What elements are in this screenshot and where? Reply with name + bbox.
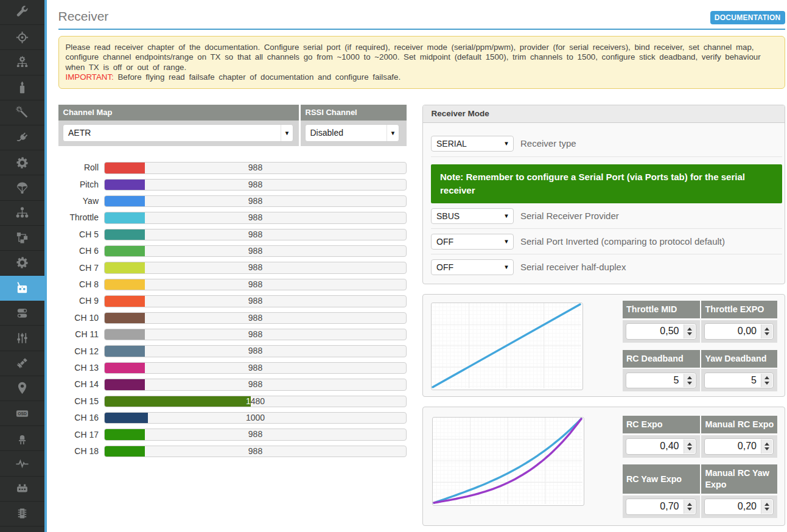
receiver-mode-panel: Receiver Mode SERIAL ▼ Receiver type Not…	[422, 105, 785, 284]
channel-meter-fill: 988	[105, 379, 145, 390]
settings-column: Receiver Mode SERIAL ▼ Receiver type Not…	[422, 105, 785, 526]
channel-meter: 988988	[104, 429, 407, 440]
sidebar-item-pid-tuning[interactable]	[0, 201, 44, 226]
spinner-up-icon[interactable]	[687, 376, 692, 379]
chevron-down-icon: ▼	[500, 260, 513, 275]
sidebar-item-logging[interactable]	[0, 477, 44, 502]
channel-meter: 988988	[104, 162, 407, 173]
spinner-buttons[interactable]	[761, 500, 772, 514]
channel-value: 988	[105, 296, 406, 306]
input-manual-rc-expo[interactable]: 0,70	[704, 438, 774, 455]
channel-value-overlay: 988	[105, 196, 145, 206]
spinner-down-icon[interactable]	[687, 332, 692, 335]
channel-label: CH 12	[58, 346, 99, 357]
spinner-up-icon[interactable]	[687, 503, 692, 506]
input-rc-yaw-expo[interactable]: 0,70	[626, 499, 696, 515]
spinner-buttons[interactable]	[684, 500, 695, 514]
sidebar-item-setup[interactable]	[0, 25, 44, 50]
channel-map-select[interactable]: AETR ▼	[63, 124, 293, 142]
spinner-up-icon[interactable]	[764, 376, 769, 379]
sidebar-item-ports[interactable]	[0, 125, 44, 150]
rssi-channel-value: Disabled	[310, 128, 343, 138]
receiver-type-select[interactable]: SERIAL ▼	[431, 136, 514, 152]
spinner-buttons[interactable]	[684, 324, 695, 338]
spinner-buttons[interactable]	[761, 439, 772, 453]
sidebar-item-programming[interactable]	[0, 226, 44, 251]
channel-label: CH 15	[58, 396, 99, 407]
channel-meter: 988988	[104, 345, 407, 357]
spinner-down-icon[interactable]	[764, 332, 769, 335]
channel-label: Yaw	[58, 195, 99, 207]
spinner-buttons[interactable]	[761, 324, 772, 338]
sidebar-item-cli[interactable]	[0, 502, 44, 527]
table-cell: 5	[623, 369, 700, 391]
sidebar-item-gps[interactable]	[0, 351, 44, 376]
spinner-up-icon[interactable]	[687, 443, 692, 446]
sidebar-item-calibration[interactable]	[0, 75, 44, 100]
channel-label: CH 5	[58, 229, 99, 240]
channel-value-overlay: 1000	[105, 413, 148, 423]
spinner-up-icon[interactable]	[764, 327, 769, 331]
channel-meter: 10001000	[104, 412, 407, 424]
channel-label: CH 7	[58, 262, 99, 274]
sidebar-item-modes[interactable]	[0, 301, 44, 326]
chevron-down-icon: ▼	[500, 234, 513, 249]
sidebar-item-sensors[interactable]	[0, 451, 44, 476]
sidebar-item-advanced-tuning[interactable]	[0, 251, 44, 276]
channel-value: 988	[105, 363, 406, 373]
rssi-channel-select[interactable]: Disabled ▼	[305, 124, 400, 142]
serial-provider-select[interactable]: SBUS ▼	[431, 208, 514, 224]
sidebar-item-presets[interactable]	[0, 50, 44, 75]
input-throttle-mid[interactable]: 0,50	[626, 323, 696, 340]
satellite-icon	[15, 356, 29, 370]
documentation-button[interactable]: DOCUMENTATION	[710, 11, 785, 24]
channel-value: 988	[105, 446, 406, 457]
throttle-curve-graph	[431, 303, 583, 390]
sidebar-item-failsafe[interactable]	[0, 175, 44, 200]
serial-provider-value: SBUS	[436, 211, 460, 221]
channel-row-ch-5: CH 5988988	[58, 229, 407, 240]
channel-row-ch-11: CH 11988988	[58, 329, 407, 340]
spinner-down-icon[interactable]	[687, 508, 692, 511]
input-rc-expo[interactable]: 0,40	[626, 438, 696, 455]
channel-meter-fill: 988	[105, 212, 145, 223]
table-header-throttle-expo: Throttle EXPO	[701, 301, 777, 318]
channel-row-ch-9: CH 9988988	[58, 295, 407, 307]
spinner-down-icon[interactable]	[764, 447, 769, 450]
sidebar-item-mission-control[interactable]	[0, 376, 44, 401]
channel-label: CH 9	[58, 295, 99, 307]
sidebar-item-osd[interactable]: OSD	[0, 401, 44, 426]
sidebar-item-setup-wizard[interactable]	[0, 100, 44, 125]
half-duplex-select[interactable]: OFF ▼	[431, 259, 514, 275]
input-yaw-deadband[interactable]: 5	[704, 373, 774, 389]
channel-map-header: Channel Map	[58, 105, 299, 121]
channel-meter-fill: 988	[105, 363, 145, 373]
channel-value-overlay: 988	[105, 329, 145, 340]
spinner-buttons[interactable]	[684, 439, 695, 453]
rc-expo-table: RC ExpoManual RC Expo0,400,70	[623, 416, 777, 458]
sidebar-item-configuration[interactable]	[0, 150, 44, 175]
channel-meter: 14801480	[104, 396, 407, 407]
sidebar-item-options[interactable]	[0, 0, 44, 25]
spinner-up-icon[interactable]	[764, 503, 769, 506]
spinner-down-icon[interactable]	[687, 382, 692, 385]
spinner-buttons[interactable]	[684, 374, 695, 388]
spinner-buttons[interactable]	[761, 374, 772, 388]
input-rc-deadband[interactable]: 5	[626, 373, 696, 389]
plug-icon	[15, 131, 29, 145]
channel-row-throttle: Throttle988988	[58, 212, 407, 223]
input-manual-rc-yaw-expo[interactable]: 0,20	[704, 499, 774, 515]
spinner-down-icon[interactable]	[687, 447, 692, 450]
input-throttle-expo[interactable]: 0,00	[704, 323, 774, 340]
sidebar-item-adjustments[interactable]	[0, 326, 44, 351]
spinner-up-icon[interactable]	[764, 443, 769, 446]
table-cell: 0,50	[623, 320, 700, 343]
spinner-down-icon[interactable]	[764, 508, 769, 511]
spinner-down-icon[interactable]	[764, 382, 769, 385]
serial-inverted-select[interactable]: OFF ▼	[431, 234, 514, 250]
table-cell: 0,70	[623, 495, 700, 518]
spinner-up-icon[interactable]	[687, 327, 692, 331]
sidebar-item-led-strip[interactable]	[0, 426, 44, 451]
sidebar-item-receiver[interactable]	[0, 276, 44, 301]
parachute-icon	[15, 181, 29, 195]
